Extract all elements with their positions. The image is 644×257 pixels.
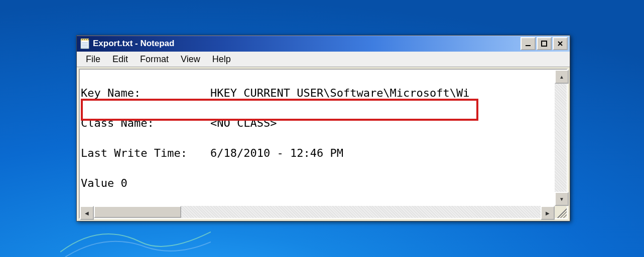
value-header: Value 0 — [81, 176, 127, 191]
svg-rect-11 — [542, 41, 547, 46]
close-button[interactable] — [553, 37, 568, 50]
last-write-value: 6/18/2010 - 12:46 PM — [210, 146, 343, 161]
scroll-up-button[interactable]: ▲ — [555, 70, 569, 84]
text-area[interactable]: Key Name:HKEY_CURRENT_USER\Software\Micr… — [80, 70, 555, 206]
resize-grip[interactable] — [555, 206, 567, 218]
svg-point-5 — [88, 39, 89, 40]
h-scroll-thumb[interactable] — [94, 206, 181, 218]
horizontal-scrollbar[interactable]: ◀ ▶ — [80, 206, 555, 218]
minimize-button[interactable] — [521, 37, 536, 50]
scroll-right-button[interactable]: ▶ — [541, 206, 555, 220]
menu-format[interactable]: Format — [135, 53, 174, 66]
svg-point-2 — [82, 39, 83, 40]
key-name-value: HKEY_CURRENT_USER\Software\Microsoft\Wi — [210, 86, 470, 101]
scroll-left-button[interactable]: ◀ — [80, 206, 94, 220]
class-name-value: <NO CLASS> — [210, 116, 277, 131]
menu-edit[interactable]: Edit — [107, 53, 133, 66]
menu-help[interactable]: Help — [207, 53, 236, 66]
client-area: Key Name:HKEY_CURRENT_USER\Software\Micr… — [79, 69, 568, 219]
menu-view[interactable]: View — [176, 53, 205, 66]
notepad-icon — [80, 38, 90, 49]
maximize-button[interactable] — [537, 37, 552, 50]
key-name-label: Key Name: — [81, 86, 210, 101]
desktop-decoration — [60, 217, 211, 257]
scroll-down-button[interactable]: ▼ — [555, 192, 569, 206]
menu-file[interactable]: File — [81, 53, 105, 66]
menubar: File Edit Format View Help — [77, 52, 570, 67]
notepad-window: Export.txt - Notepad File Edit Format Vi… — [76, 35, 570, 221]
window-title: Export.txt - Notepad — [93, 39, 521, 49]
last-write-label: Last Write Time: — [81, 146, 210, 161]
class-name-label: Class Name: — [81, 116, 210, 131]
svg-point-4 — [86, 39, 87, 40]
titlebar[interactable]: Export.txt - Notepad — [77, 36, 570, 52]
vertical-scrollbar[interactable]: ▲ ▼ — [555, 70, 567, 206]
svg-point-3 — [84, 39, 85, 40]
